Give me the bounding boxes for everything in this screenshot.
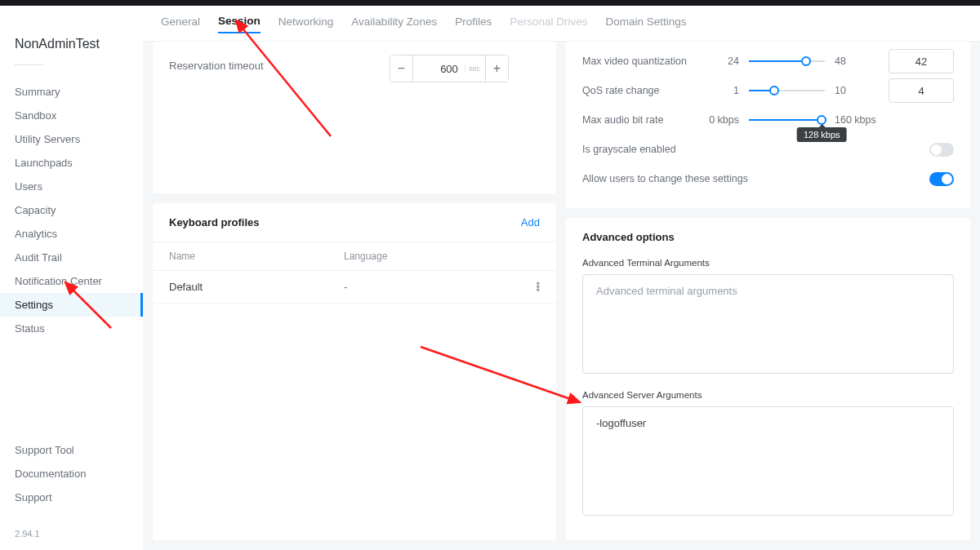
col-name: Name	[169, 251, 344, 262]
tab-domain-settings[interactable]: Domain Settings	[605, 16, 686, 33]
col-lang: Language	[344, 251, 387, 262]
keyboard-panel: Keyboard profiles Add Name Language Defa…	[153, 203, 556, 540]
reservation-label: Reservation timeout	[169, 60, 264, 72]
range-min: 24	[697, 55, 739, 67]
slider-tooltip: 128 kbps	[797, 127, 847, 142]
tab-networking[interactable]: Networking	[278, 16, 334, 33]
stepper-unit: sec	[465, 64, 480, 73]
tab-availability-zones[interactable]: Availability Zones	[351, 16, 437, 33]
range-max: 10	[835, 85, 877, 96]
sidebar-item-users[interactable]: Users	[0, 175, 143, 198]
server-args-label: Advanced Server Arguments	[582, 390, 954, 400]
range-max: 160 kbps	[835, 114, 877, 126]
main-area: GeneralSessionNetworkingAvailability Zon…	[143, 6, 980, 550]
keyboard-title: Keyboard profiles	[169, 216, 260, 228]
sidebar-item-analytics[interactable]: Analytics	[0, 222, 143, 246]
quality-row: QoS rate change1104	[582, 76, 954, 105]
sidebar: NonAdminTest SummarySandboxUtility Serve…	[0, 6, 143, 550]
server-args-input[interactable]	[582, 406, 954, 516]
streaming-panel: Max video quantization244842QoS rate cha…	[566, 42, 970, 208]
brand-title: NonAdminTest	[0, 20, 143, 56]
terminal-args-label: Advanced Terminal Arguments	[582, 258, 954, 268]
allow-change-label: Allow users to change these settings	[582, 173, 748, 184]
quality-value-box[interactable]: 4	[889, 78, 954, 103]
tab-session[interactable]: Session	[218, 15, 261, 33]
sidebar-item-summary[interactable]: Summary	[0, 80, 143, 104]
grayscale-label: Is grayscale enabled	[582, 144, 676, 155]
stepper-value-text: 600	[440, 63, 458, 75]
quality-row: Max audio bit rate0 kbps128 kbps160 kbps	[582, 105, 954, 135]
slider[interactable]	[749, 55, 825, 67]
top-stripe	[0, 0, 980, 6]
sidebar-item-sandbox[interactable]: Sandbox	[0, 104, 143, 127]
stepper-plus-button[interactable]: +	[485, 55, 508, 82]
brand-underline	[15, 64, 43, 65]
advanced-panel: Advanced options Advanced Terminal Argum…	[566, 218, 970, 540]
advanced-title: Advanced options	[582, 231, 954, 243]
sidebar-bottom-documentation[interactable]: Documentation	[0, 462, 143, 486]
kebab-icon[interactable]: •••	[523, 282, 540, 292]
quality-label: Max video quantization	[582, 55, 697, 67]
grayscale-toggle[interactable]	[929, 143, 954, 157]
sidebar-item-audit-trail[interactable]: Audit Trail	[0, 246, 143, 269]
terminal-args-input[interactable]	[582, 274, 954, 374]
quality-value-box[interactable]: 42	[889, 49, 954, 73]
kb-lang: -	[344, 281, 523, 293]
add-keyboard-link[interactable]: Add	[521, 216, 540, 228]
quality-label: QoS rate change	[582, 85, 697, 96]
sidebar-item-status[interactable]: Status	[0, 317, 143, 340]
sidebar-item-capacity[interactable]: Capacity	[0, 198, 143, 222]
bottom-nav-list: Support ToolDocumentationSupport	[0, 438, 143, 521]
allow-change-toggle[interactable]	[929, 172, 954, 186]
quality-label: Max audio bit rate	[582, 114, 697, 126]
kb-name: Default	[169, 281, 344, 293]
slider[interactable]: 128 kbps	[749, 114, 825, 126]
sidebar-item-utility-servers[interactable]: Utility Servers	[0, 127, 143, 151]
sidebar-bottom-support-tool[interactable]: Support Tool	[0, 438, 143, 462]
tab-bar: GeneralSessionNetworkingAvailability Zon…	[143, 6, 980, 42]
quality-row: Max video quantization244842	[582, 47, 954, 76]
tab-general[interactable]: General	[161, 16, 200, 33]
nav-list: SummarySandboxUtility ServersLaunchpadsU…	[0, 80, 143, 438]
sidebar-item-settings[interactable]: Settings	[0, 293, 143, 317]
sidebar-bottom-support[interactable]: Support	[0, 486, 143, 509]
tab-profiles[interactable]: Profiles	[455, 16, 492, 33]
range-max: 48	[835, 55, 877, 67]
table-row[interactable]: Default-•••	[153, 271, 556, 304]
sidebar-item-launchpads[interactable]: Launchpads	[0, 151, 143, 175]
tab-personal-drives: Personal Drives	[510, 16, 587, 33]
reservation-panel: Reservation timeout − 600 sec +	[153, 42, 556, 193]
range-min: 0 kbps	[697, 114, 739, 126]
sidebar-item-notification-center[interactable]: Notification Center	[0, 269, 143, 293]
stepper-minus-button[interactable]: −	[390, 55, 413, 82]
range-min: 1	[697, 85, 739, 96]
slider[interactable]	[749, 85, 825, 96]
version-label: 2.94.1	[0, 521, 143, 550]
stepper-value[interactable]: 600 sec	[413, 55, 485, 82]
reservation-stepper[interactable]: − 600 sec +	[390, 55, 509, 82]
keyboard-table-header: Name Language	[153, 242, 556, 271]
